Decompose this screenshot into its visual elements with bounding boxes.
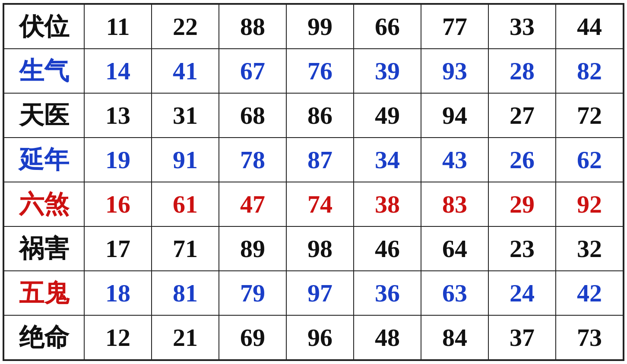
table-cell: 41: [152, 49, 219, 93]
table-cell: 86: [286, 93, 354, 138]
row-label: 生气: [4, 49, 84, 93]
table-cell: 88: [219, 4, 286, 49]
table-cell: 19: [84, 138, 152, 182]
table-row: 祸害1771899846642332: [4, 226, 623, 271]
table-cell: 36: [354, 271, 421, 315]
table-cell: 47: [219, 182, 286, 226]
table-cell: 14: [84, 49, 152, 93]
table-cell: 68: [219, 93, 286, 138]
table-cell: 93: [421, 49, 488, 93]
row-label: 六煞: [4, 182, 84, 226]
table-cell: 43: [421, 138, 488, 182]
table-cell: 46: [354, 226, 421, 271]
table-cell: 77: [421, 4, 488, 49]
table-cell: 44: [556, 4, 623, 49]
table-cell: 82: [556, 49, 623, 93]
table-cell: 96: [286, 315, 354, 360]
table-row: 五鬼1881799736632442: [4, 271, 623, 315]
table-cell: 21: [152, 315, 219, 360]
row-label: 绝命: [4, 315, 84, 360]
table-cell: 74: [286, 182, 354, 226]
table-cell: 18: [84, 271, 152, 315]
table-cell: 39: [354, 49, 421, 93]
table-cell: 22: [152, 4, 219, 49]
table-row: 伏位1122889966773344: [4, 4, 623, 49]
table-row: 六煞1661477438832992: [4, 182, 623, 226]
table-cell: 27: [488, 93, 556, 138]
table-cell: 61: [152, 182, 219, 226]
row-label: 伏位: [4, 4, 84, 49]
table-cell: 29: [488, 182, 556, 226]
table-cell: 97: [286, 271, 354, 315]
table-cell: 37: [488, 315, 556, 360]
table-cell: 81: [152, 271, 219, 315]
table-row: 绝命1221699648843773: [4, 315, 623, 360]
table-cell: 94: [421, 93, 488, 138]
table-cell: 67: [219, 49, 286, 93]
table-cell: 79: [219, 271, 286, 315]
table-cell: 28: [488, 49, 556, 93]
table-cell: 32: [556, 226, 623, 271]
table-cell: 72: [556, 93, 623, 138]
row-label: 五鬼: [4, 271, 84, 315]
table-cell: 17: [84, 226, 152, 271]
table-cell: 42: [556, 271, 623, 315]
table-cell: 49: [354, 93, 421, 138]
row-label: 天医: [4, 93, 84, 138]
table-cell: 66: [354, 4, 421, 49]
table-cell: 13: [84, 93, 152, 138]
table-row: 天医1331688649942772: [4, 93, 623, 138]
table-cell: 99: [286, 4, 354, 49]
table-cell: 73: [556, 315, 623, 360]
table-cell: 38: [354, 182, 421, 226]
table-cell: 33: [488, 4, 556, 49]
data-table: 伏位1122889966773344生气1441677639932882天医13…: [3, 4, 624, 360]
table-cell: 64: [421, 226, 488, 271]
row-label: 延年: [4, 138, 84, 182]
table-cell: 48: [354, 315, 421, 360]
table-cell: 26: [488, 138, 556, 182]
table-cell: 83: [421, 182, 488, 226]
table-row: 延年1991788734432662: [4, 138, 623, 182]
table-cell: 12: [84, 315, 152, 360]
table-cell: 98: [286, 226, 354, 271]
table-cell: 92: [556, 182, 623, 226]
table-cell: 78: [219, 138, 286, 182]
table-cell: 62: [556, 138, 623, 182]
table-cell: 84: [421, 315, 488, 360]
table-cell: 11: [84, 4, 152, 49]
table-cell: 91: [152, 138, 219, 182]
table-cell: 63: [421, 271, 488, 315]
table-cell: 76: [286, 49, 354, 93]
table-cell: 16: [84, 182, 152, 226]
table-cell: 87: [286, 138, 354, 182]
table-row: 生气1441677639932882: [4, 49, 623, 93]
main-table-container: 伏位1122889966773344生气1441677639932882天医13…: [3, 3, 624, 361]
table-cell: 69: [219, 315, 286, 360]
table-cell: 34: [354, 138, 421, 182]
table-cell: 24: [488, 271, 556, 315]
table-cell: 89: [219, 226, 286, 271]
table-cell: 71: [152, 226, 219, 271]
table-cell: 23: [488, 226, 556, 271]
row-label: 祸害: [4, 226, 84, 271]
table-cell: 31: [152, 93, 219, 138]
